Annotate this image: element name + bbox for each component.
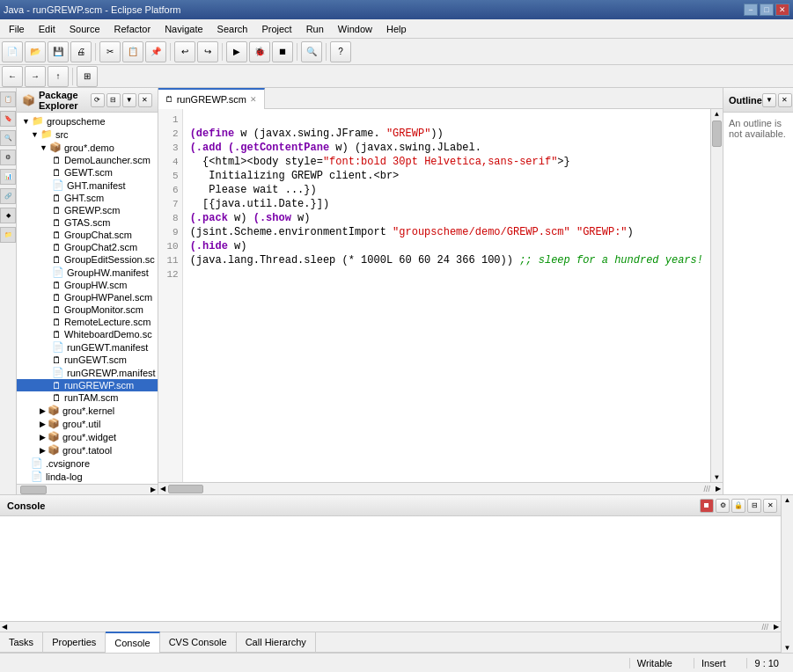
undo-button[interactable]: ↩ xyxy=(174,41,195,62)
tree-item-ght-scm[interactable]: 🗒 GHT.scm xyxy=(17,192,158,204)
tab-tasks[interactable]: Tasks xyxy=(0,632,43,653)
pkg-collapse-button[interactable]: ⊟ xyxy=(106,93,121,107)
tree-item-rungrewp[interactable]: 🗒 runGREWP.scm xyxy=(17,379,158,391)
menu-project[interactable]: Project xyxy=(254,22,298,36)
stop-button[interactable]: ⏹ xyxy=(272,41,293,62)
scroll-thumb-h[interactable] xyxy=(168,485,203,493)
tab-close-button[interactable]: ✕ xyxy=(250,95,257,104)
scroll-up-button[interactable]: ▲ xyxy=(711,109,723,119)
run-button[interactable]: ▶ xyxy=(226,41,247,62)
menu-navigate[interactable]: Navigate xyxy=(158,22,209,36)
scroll-thumb-v[interactable] xyxy=(712,121,722,147)
tab-properties[interactable]: Properties xyxy=(43,632,106,653)
tree-item-grouphwpanel[interactable]: 🗒 GroupHWPanel.scm xyxy=(17,291,158,303)
copy-button[interactable]: 📋 xyxy=(122,41,143,62)
tree-item-remotelecture[interactable]: 🗒 RemoteLecture.scm xyxy=(17,316,158,328)
back-button[interactable]: ← xyxy=(2,66,23,87)
console-scroll-down[interactable]: ▼ xyxy=(782,643,793,653)
editor-scrollbar-v[interactable]: ▲ ▼ xyxy=(710,109,723,482)
tree-item-grou-widget[interactable]: ▶ 📦 grou*.widget xyxy=(17,430,158,443)
console-stop-button[interactable]: ⏹ xyxy=(700,499,714,513)
tree-item-grewp[interactable]: 🗒 GREWP.scm xyxy=(17,204,158,216)
paste-button[interactable]: 📌 xyxy=(145,41,166,62)
tree-item-groupchat2[interactable]: 🗒 GroupChat2.scm xyxy=(17,241,158,253)
tree-item-gtas[interactable]: 🗒 GTAS.scm xyxy=(17,216,158,229)
left-icon-3[interactable]: 🔍 xyxy=(0,130,16,146)
left-icon-1[interactable]: 📋 xyxy=(0,91,16,107)
tab-call-hierarchy[interactable]: Call Hierarchy xyxy=(237,632,316,653)
maximize-button[interactable]: □ xyxy=(760,4,774,16)
menu-search[interactable]: Search xyxy=(210,22,255,36)
open-button[interactable]: 📂 xyxy=(25,41,46,62)
tree-item-runtam[interactable]: 🗒 runTAM.scm xyxy=(17,391,158,404)
console-close-button[interactable]: ✕ xyxy=(763,499,777,513)
print-button[interactable]: 🖨 xyxy=(70,41,92,62)
pkg-close-button[interactable]: ✕ xyxy=(138,93,152,107)
console-scroll-up[interactable]: ▲ xyxy=(782,495,793,505)
menu-run[interactable]: Run xyxy=(299,22,331,36)
pkg-sync-button[interactable]: ⟳ xyxy=(91,93,105,107)
up-button[interactable]: ↑ xyxy=(48,66,69,87)
pkg-menu-button[interactable]: ▼ xyxy=(122,93,136,107)
forward-button[interactable]: → xyxy=(25,66,46,87)
tree-item-rungewt-manifest[interactable]: 📄 runGEWT.manifest xyxy=(17,340,158,354)
help-button[interactable]: ? xyxy=(330,41,351,62)
console-scrollbar-v[interactable]: ▲ ▼ xyxy=(781,495,793,653)
tree-item-ght-manifest[interactable]: 📄 GHT.manifest xyxy=(17,179,158,192)
editor-scrollbar-h[interactable]: ◀ /// ▶ xyxy=(158,482,723,494)
console-lock-button[interactable]: 🔒 xyxy=(731,499,745,513)
tree-item-rungewt[interactable]: 🗒 runGEWT.scm xyxy=(17,354,158,366)
redo-button[interactable]: ↪ xyxy=(197,41,218,62)
tree-item-grouphw-manifest[interactable]: 📄 GroupHW.manifest xyxy=(17,266,158,279)
pkg-scroll-right[interactable]: ▶ xyxy=(149,486,158,493)
scroll-track-h[interactable] xyxy=(167,484,701,494)
cut-button[interactable]: ✂ xyxy=(99,41,121,62)
outline-close-button[interactable]: ✕ xyxy=(778,93,792,107)
tree-item-whiteboarddemo[interactable]: 🗒 WhiteboardDemo.sc xyxy=(17,328,158,340)
console-scroll-track-v[interactable] xyxy=(782,505,793,643)
tree-item-linda-log[interactable]: 📄 linda-log xyxy=(17,470,158,483)
console-scroll-left[interactable]: ◀ xyxy=(0,623,9,631)
menu-window[interactable]: Window xyxy=(331,22,379,36)
menu-edit[interactable]: Edit xyxy=(32,22,62,36)
tree-item-groupchat[interactable]: 🗒 GroupChat.scm xyxy=(17,229,158,241)
tab-cvs-console[interactable]: CVS Console xyxy=(160,632,237,653)
layout-button[interactable]: ⊞ xyxy=(77,66,98,87)
tree-item-cvsignore[interactable]: 📄 .cvsignore xyxy=(17,457,158,470)
tree-item-grouphw-scm[interactable]: 🗒 GroupHW.scm xyxy=(17,279,158,291)
close-button[interactable]: ✕ xyxy=(775,4,789,16)
left-icon-7[interactable]: ◆ xyxy=(0,208,16,223)
tree-item-grou-demo[interactable]: ▼ 📦 grou*.demo xyxy=(17,141,158,154)
scroll-left-button[interactable]: ◀ xyxy=(158,485,167,493)
left-icon-6[interactable]: 🔗 xyxy=(0,188,16,204)
console-clear-button[interactable]: ⊟ xyxy=(747,499,761,513)
pkg-scrollbar-thumb[interactable] xyxy=(20,486,47,494)
scroll-down-button[interactable]: ▼ xyxy=(711,472,723,482)
tree-item-grou-kernel[interactable]: ▶ 📦 grou*.kernel xyxy=(17,404,158,417)
left-icon-8[interactable]: 📁 xyxy=(0,227,16,243)
tree-item-src[interactable]: ▼ 📁 src xyxy=(17,128,158,141)
tab-console[interactable]: Console xyxy=(106,632,159,653)
editor-tab-rungrewp[interactable]: 🗒 runGREWP.scm ✕ xyxy=(158,88,265,109)
tree-item-grou-tatool[interactable]: ▶ 📦 grou*.tatool xyxy=(17,443,158,457)
debug-button[interactable]: 🐞 xyxy=(249,41,270,62)
menu-file[interactable]: File xyxy=(2,22,32,36)
scroll-right-button[interactable]: ▶ xyxy=(714,485,723,493)
search-button[interactable]: 🔍 xyxy=(301,41,322,62)
tree-item-groupmonitor[interactable]: 🗒 GroupMonitor.scm xyxy=(17,303,158,316)
console-scroll-right[interactable]: ▶ xyxy=(772,623,781,631)
tree-item-gewt[interactable]: 🗒 GEWT.scm xyxy=(17,166,158,179)
menu-refactor[interactable]: Refactor xyxy=(107,22,158,36)
left-icon-2[interactable]: 🔖 xyxy=(0,111,16,127)
new-button[interactable]: 📄 xyxy=(2,41,23,62)
scroll-track-v[interactable] xyxy=(711,119,723,472)
outline-menu-button[interactable]: ▼ xyxy=(762,93,776,107)
menu-help[interactable]: Help xyxy=(379,22,414,36)
pkg-scrollbar-h[interactable]: ▶ xyxy=(17,484,158,494)
tree-item-groupeditsession[interactable]: 🗒 GroupEditSession.sc xyxy=(17,253,158,266)
console-scrollbar-h[interactable]: ◀ /// ▶ xyxy=(0,621,781,632)
menu-source[interactable]: Source xyxy=(62,22,107,36)
left-icon-4[interactable]: ⚙ xyxy=(0,150,16,165)
console-body[interactable] xyxy=(0,516,781,621)
console-menu-button[interactable]: ⚙ xyxy=(716,499,730,513)
